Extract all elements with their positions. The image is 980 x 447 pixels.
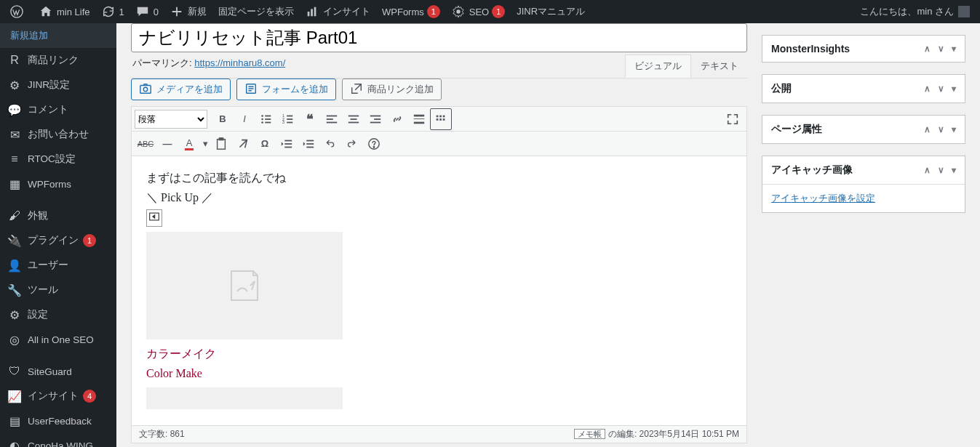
plus-icon [170, 5, 183, 18]
move-up-icon[interactable]: ∧ [924, 124, 931, 134]
redo-button[interactable] [341, 133, 363, 155]
menu-label: JINR設定 [28, 78, 70, 92]
menu-label: SiteGuard [28, 366, 72, 377]
align-left-button[interactable] [321, 108, 343, 130]
toggle-icon[interactable]: ▾ [952, 124, 956, 134]
undo-button[interactable] [319, 133, 341, 155]
menu-icon: 📈 [7, 390, 22, 403]
set-featured-image-link[interactable]: アイキャッチ画像を設定 [771, 193, 875, 204]
align-center-button[interactable] [343, 108, 364, 130]
strikethrough-button[interactable]: ABC [135, 133, 156, 155]
format-select[interactable]: 段落 [135, 110, 207, 129]
wp-logo[interactable] [4, 0, 33, 23]
sidebar-item-9[interactable]: 👤ユーザー [0, 253, 116, 278]
move-down-icon[interactable]: ∨ [938, 165, 944, 175]
sidebar-item-5[interactable]: ▦WPForms [0, 172, 116, 196]
sidebar-item-8[interactable]: 🔌プラグイン1 [0, 228, 116, 253]
outdent-button[interactable] [276, 133, 298, 155]
notepad-box[interactable]: メモ帳 [574, 429, 605, 439]
svg-rect-29 [414, 114, 424, 116]
insights-link[interactable]: インサイト [300, 0, 376, 23]
sidebar-item-14[interactable]: 🛡SiteGuard [0, 359, 116, 384]
post-title-input[interactable] [131, 23, 747, 52]
sidebar-item-16[interactable]: ▤UserFeedback [0, 408, 116, 433]
toggle-icon[interactable]: ▾ [952, 165, 956, 175]
tab-text[interactable]: テキスト [691, 55, 748, 78]
sidebar-item-0[interactable]: R商品リンク [0, 48, 116, 73]
ul-button[interactable] [255, 108, 277, 130]
move-up-icon[interactable]: ∧ [924, 84, 931, 94]
bar-chart-icon [306, 5, 319, 18]
move-up-icon[interactable]: ∧ [924, 165, 931, 175]
metabox-page-attributes: ページ属性 ∧∨▾ [762, 115, 965, 144]
site-name-link[interactable]: min Life [33, 0, 96, 23]
updates-link[interactable]: 1 [96, 0, 130, 23]
toolbar-row-2: ABC — A ▾ Ω [132, 132, 746, 156]
camera-icon [139, 82, 152, 97]
clear-format-button[interactable] [232, 133, 254, 155]
refresh-icon [102, 5, 115, 18]
textcolor-button[interactable]: A [178, 133, 200, 155]
sidebar-item-3[interactable]: ✉お問い合わせ [0, 122, 116, 147]
paste-text-button[interactable] [210, 133, 232, 155]
add-media-button[interactable]: メディアを追加 [131, 78, 231, 100]
align-right-button[interactable] [364, 108, 386, 130]
view-page-link[interactable]: 固定ページを表示 [212, 0, 300, 23]
move-down-icon[interactable]: ∨ [938, 84, 944, 94]
tab-visual[interactable]: ビジュアル [625, 55, 691, 78]
toggle-icon[interactable]: ▾ [952, 44, 956, 54]
sidebar-item-11[interactable]: ⚙設定 [0, 302, 116, 327]
comments-link[interactable]: 0 [130, 0, 164, 23]
new-content-link[interactable]: 新規 [164, 0, 212, 23]
hr-button[interactable]: — [156, 133, 178, 155]
blockquote-button[interactable]: ❝ [299, 108, 321, 130]
menu-icon: 👤 [7, 259, 22, 273]
add-product-link-button[interactable]: 商品リンク追加 [342, 78, 442, 100]
menu-label: ConoHa WING [28, 440, 93, 448]
svg-rect-28 [370, 121, 381, 123]
indent-button[interactable] [298, 133, 319, 155]
sidebar-item-2[interactable]: 💬コメント [0, 97, 116, 122]
sidebar-item-15[interactable]: 📈インサイト4 [0, 384, 116, 408]
metabox-featured-image: アイキャッチ画像 ∧∨▾ アイキャッチ画像を設定 [762, 156, 965, 213]
sidebar-item-17[interactable]: ◐ConoHa WING [0, 433, 116, 447]
toggle-icon[interactable]: ▾ [952, 84, 956, 94]
special-char-button[interactable]: Ω [254, 133, 276, 155]
link-button[interactable] [386, 108, 408, 130]
menu-label: 外観 [28, 209, 48, 222]
move-down-icon[interactable]: ∨ [938, 124, 944, 134]
wpforms-link[interactable]: WPForms 1 [376, 0, 446, 23]
jinr-manual-link[interactable]: JINRマニュアル [511, 0, 591, 23]
metabox-title: MonsterInsights [771, 43, 850, 55]
svg-rect-1 [308, 12, 310, 16]
svg-rect-43 [306, 140, 314, 141]
sidebar-item-4[interactable]: ≡RTOC設定 [0, 147, 116, 172]
editor-body[interactable]: まずはこの記事を読んでね ＼ Pick Up ／ カラーメイク Color Ma… [132, 156, 746, 425]
account-link[interactable]: こんにちは、min さん [854, 0, 976, 23]
menu-icon: R [7, 54, 22, 67]
move-up-icon[interactable]: ∧ [924, 44, 931, 54]
add-form-button[interactable]: フォームを追加 [236, 78, 336, 100]
submenu-new[interactable]: 新規追加 [0, 23, 116, 48]
sidebar-item-1[interactable]: ⚙JINR設定 [0, 73, 116, 97]
comment-icon [136, 5, 149, 18]
textcolor-dropdown[interactable]: ▾ [200, 133, 210, 155]
kitchensink-button[interactable] [430, 108, 452, 130]
help-button[interactable] [363, 133, 385, 155]
bold-button[interactable]: B [212, 108, 234, 130]
sidebar-item-10[interactable]: 🔧ツール [0, 278, 116, 302]
ol-button[interactable]: 123 [277, 108, 299, 130]
menu-icon: 🔌 [7, 234, 22, 248]
svg-rect-37 [443, 118, 445, 121]
sidebar-item-7[interactable]: 🖌外観 [0, 204, 116, 228]
readmore-button[interactable] [408, 108, 430, 130]
move-down-icon[interactable]: ∨ [938, 44, 944, 54]
italic-button[interactable]: I [234, 108, 255, 130]
menu-icon: ⚙ [7, 78, 22, 92]
menu-icon: 🔧 [7, 283, 22, 297]
seo-link[interactable]: SEO 1 [446, 0, 511, 23]
fullscreen-button[interactable] [722, 108, 744, 130]
sidebar-item-12[interactable]: ◎All in One SEO [0, 327, 116, 352]
metabox-title: アイキャッチ画像 [771, 164, 853, 177]
menu-label: WPForms [28, 179, 71, 190]
